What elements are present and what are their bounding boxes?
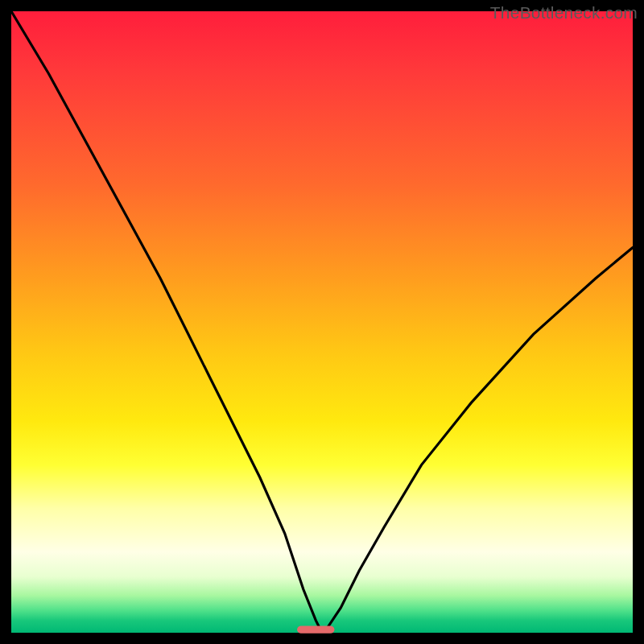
- optimal-range-marker: [297, 626, 334, 634]
- attribution-text: TheBottleneck.com: [490, 3, 638, 23]
- bottleneck-curve: [11, 11, 633, 633]
- chart-frame: TheBottleneck.com: [0, 0, 644, 644]
- chart-overlay: [11, 11, 633, 633]
